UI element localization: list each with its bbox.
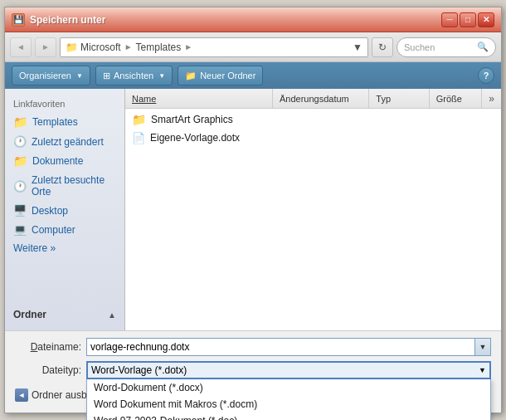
- filename-row: Dateiname: ▼: [15, 338, 491, 356]
- breadcrumb-item-templates: Templates: [136, 42, 182, 53]
- computer-icon: 💻: [13, 223, 27, 236]
- folder-icon: 📁: [13, 115, 27, 129]
- sidebar-item-desktop[interactable]: 🖥️ Desktop: [5, 201, 124, 220]
- sidebar-folders-section[interactable]: Ordner ▲: [5, 305, 124, 324]
- refresh-button[interactable]: ↻: [372, 37, 393, 57]
- dropdown-option-doc97[interactable]: Word 97-2003-Dokument (*.doc): [87, 413, 490, 420]
- sidebar-folders-label: Ordner: [13, 309, 46, 320]
- back-button[interactable]: ◄: [10, 37, 32, 57]
- file-item-name: SmartArt Graphics: [151, 114, 494, 125]
- col-type[interactable]: Typ: [369, 89, 429, 108]
- breadcrumb-bar[interactable]: 📁 Microsoft ► Templates ► ▼: [60, 37, 368, 57]
- new-folder-label: Neuer Ordner: [200, 71, 255, 81]
- new-folder-icon: 📁: [185, 71, 197, 81]
- breadcrumb-dropdown-btn[interactable]: ▼: [353, 42, 362, 53]
- file-list-header: Name Änderungsdatum Typ Größe »: [125, 89, 501, 109]
- col-date[interactable]: Änderungsdatum: [273, 89, 369, 108]
- filetype-label: Dateityp:: [15, 364, 81, 376]
- sidebar-item-recent-label: Zuletzt geändert: [32, 136, 104, 148]
- doc-icon: 📄: [132, 132, 145, 144]
- views-dropdown-arrow: ▼: [158, 72, 165, 80]
- file-item-name: Eigene-Vorlage.dotx: [150, 132, 494, 144]
- main-area: Linkfavoriten 📁 Templates 🕐 Zuletzt geän…: [5, 89, 501, 330]
- filetype-dropdown-list: Word-Dokument (*.docx) Word Dokument mit…: [86, 379, 491, 420]
- breadcrumb-sep-1: ►: [124, 42, 133, 51]
- titlebar-left: 💾 Speichern unter: [12, 13, 105, 27]
- titlebar-buttons: ─ □ ✕: [441, 12, 494, 27]
- breadcrumb-item-microsoft: 📁 Microsoft: [66, 42, 121, 53]
- chevron-up-icon: ▲: [108, 310, 116, 320]
- breadcrumb-sep-2: ►: [184, 42, 192, 51]
- sidebar-item-computer-label: Computer: [32, 224, 75, 236]
- filename-label-underline: D: [31, 341, 38, 353]
- titlebar-app-icon: 💾: [12, 13, 25, 27]
- grid-icon: ⊞: [103, 71, 110, 81]
- filetype-dropdown-container: Word-Vorlage (*.dotx) ▼ Word-Dokument (*…: [86, 361, 491, 379]
- filetype-dropdown-arrow: ▼: [479, 366, 486, 374]
- filetype-selected[interactable]: Word-Vorlage (*.dotx) ▼: [86, 361, 491, 379]
- titlebar: 💾 Speichern unter ─ □ ✕: [5, 7, 501, 32]
- folder-icon: 📁: [66, 42, 78, 53]
- hide-folders-icon: ◄: [15, 388, 28, 402]
- sidebar-item-recent[interactable]: 🕐 Zuletzt geändert: [5, 132, 124, 151]
- sidebar: Linkfavoriten 📁 Templates 🕐 Zuletzt geän…: [5, 89, 125, 330]
- folder-icon: 📁: [132, 113, 146, 126]
- sidebar-item-computer[interactable]: 💻 Computer: [5, 220, 124, 239]
- sidebar-item-documents-label: Dokumente: [32, 155, 83, 167]
- col-name[interactable]: Name: [125, 89, 273, 108]
- dropdown-option-docm[interactable]: Word Dokument mit Makros (*.docm): [87, 396, 490, 413]
- table-row[interactable]: 📄 Eigene-Vorlage.dotx: [125, 129, 501, 147]
- sidebar-section-favorites: Linkfavoriten: [5, 95, 124, 112]
- organize-label: Organisieren: [19, 71, 71, 81]
- close-button[interactable]: ✕: [478, 12, 494, 27]
- folder-icon: 📁: [13, 154, 27, 168]
- desktop-icon: 🖥️: [13, 204, 27, 217]
- maximize-button[interactable]: □: [460, 12, 476, 27]
- filename-dropdown-button[interactable]: ▼: [474, 338, 491, 356]
- toolbar: ◄ ► 📁 Microsoft ► Templates ► ▼ ↻ Suchen…: [5, 32, 501, 62]
- sidebar-item-recent-places-label: Zuletzt besuchte Orte: [32, 174, 116, 198]
- filename-input[interactable]: [86, 338, 474, 356]
- sidebar-item-documents[interactable]: 📁 Dokumente: [5, 151, 124, 171]
- sidebar-item-recent-places[interactable]: 🕐 Zuletzt besuchte Orte: [5, 171, 124, 201]
- search-icon: 🔍: [477, 42, 489, 52]
- search-placeholder: Suchen: [404, 42, 435, 52]
- bottom-form: Dateiname: ▼ Dateityp: Word-Vorlage (*.d…: [5, 330, 501, 413]
- filename-label: Dateiname:: [15, 341, 81, 353]
- clock-icon: 🕐: [13, 180, 27, 193]
- commandbar: Organisieren ▼ ⊞ Ansichten ▼ 📁 Neuer Ord…: [5, 62, 501, 89]
- file-list: 📁 SmartArt Graphics 📄 Eigene-Vorlage.dot…: [125, 109, 501, 330]
- views-label: Ansichten: [114, 71, 153, 81]
- search-box[interactable]: Suchen 🔍: [397, 37, 496, 57]
- sidebar-item-templates-label: Templates: [32, 116, 78, 128]
- save-dialog: 💾 Speichern unter ─ □ ✕ ◄ ► 📁 Microsoft …: [4, 7, 502, 413]
- organize-dropdown-arrow: ▼: [76, 72, 83, 80]
- forward-button[interactable]: ►: [35, 37, 56, 57]
- recent-icon: 🕐: [13, 135, 27, 148]
- minimize-button[interactable]: ─: [441, 12, 458, 27]
- dropdown-option-docx[interactable]: Word-Dokument (*.docx): [87, 379, 490, 396]
- help-button[interactable]: ?: [478, 67, 494, 84]
- help-label: ?: [484, 71, 489, 81]
- col-more[interactable]: »: [482, 89, 501, 108]
- filetype-row: Dateityp: Word-Vorlage (*.dotx) ▼ Word-D…: [15, 361, 491, 379]
- organize-button[interactable]: Organisieren ▼: [12, 66, 90, 85]
- file-area: Name Änderungsdatum Typ Größe » 📁 SmartA…: [125, 89, 501, 330]
- filename-input-container: ▼: [86, 338, 491, 356]
- new-folder-button[interactable]: 📁 Neuer Ordner: [178, 66, 263, 85]
- sidebar-item-desktop-label: Desktop: [32, 205, 68, 217]
- sidebar-item-templates[interactable]: 📁 Templates: [5, 112, 124, 132]
- views-button[interactable]: ⊞ Ansichten ▼: [95, 66, 173, 85]
- filetype-selected-value: Word-Vorlage (*.dotx): [91, 364, 187, 376]
- table-row[interactable]: 📁 SmartArt Graphics: [125, 110, 501, 129]
- col-size[interactable]: Größe: [430, 89, 483, 108]
- sidebar-item-more[interactable]: Weitere »: [5, 239, 124, 257]
- titlebar-title: Speichern unter: [30, 14, 105, 26]
